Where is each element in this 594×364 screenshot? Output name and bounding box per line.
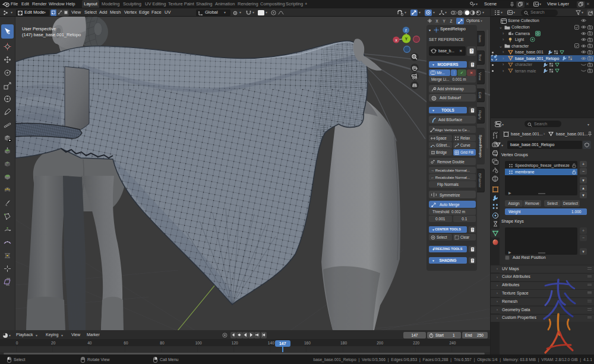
svg-text:?: ? bbox=[472, 228, 473, 232]
svg-text:?: ? bbox=[472, 109, 473, 112]
svg-text:Y: Y bbox=[405, 37, 408, 41]
svg-text:?: ? bbox=[470, 49, 473, 53]
svg-text:?: ? bbox=[472, 248, 473, 251]
svg-text:(147) base_base.001_Retopo: (147) base_base.001_Retopo bbox=[22, 32, 81, 37]
svg-text:User Perspective: User Perspective bbox=[22, 26, 56, 31]
svg-text:?: ? bbox=[472, 259, 473, 262]
svg-text:?: ? bbox=[472, 63, 473, 67]
svg-text:X: X bbox=[395, 39, 397, 42]
